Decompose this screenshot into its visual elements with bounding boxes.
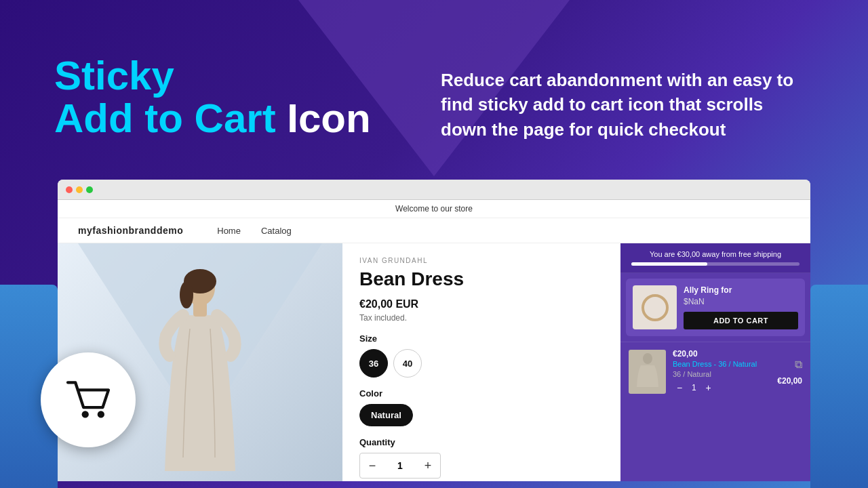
cart-qty-increase[interactable]: +: [702, 381, 715, 394]
store-main: IVAN GRUNDAHL Bean Dress €20,00 EUR Tax …: [58, 243, 810, 481]
cart-qty-decrease[interactable]: −: [673, 381, 686, 394]
featured-card: Ally Ring for $NaN ADD TO CART: [626, 279, 805, 336]
color-options: Natural: [359, 404, 604, 426]
quantity-increase-btn[interactable]: +: [416, 453, 440, 478]
sticky-panel: You are €30,00 away from free shipping A…: [620, 243, 810, 481]
cart-item-info: €20,00 Bean Dress - 36 / Natural 36 / Na…: [673, 349, 770, 394]
hero-title-line2-white: Icon: [276, 96, 371, 141]
progress-bar-background: [631, 262, 800, 266]
quantity-value: 1: [384, 460, 416, 471]
size-label: Size: [359, 333, 604, 344]
featured-add-to-cart-btn[interactable]: ADD TO CART: [684, 312, 798, 329]
store-brand: myfashionbranddemo: [78, 225, 183, 236]
product-name: Bean Dress: [359, 268, 604, 290]
cart-item-variant: 36 / Natural: [673, 370, 770, 378]
ring-image: [642, 294, 669, 321]
product-price: €20,00 EUR: [359, 298, 604, 310]
browser-bar: [58, 180, 810, 200]
featured-product-price: $NaN: [684, 297, 798, 306]
topbar-text: Welcome to our store: [395, 204, 473, 214]
featured-product-name: Ally Ring for: [684, 285, 798, 295]
nav-link-catalog[interactable]: Catalog: [261, 226, 292, 236]
product-tax: Tax included.: [359, 313, 604, 323]
quantity-label: Quantity: [359, 437, 604, 447]
cart-item: €20,00 Bean Dress - 36 / Natural 36 / Na…: [620, 342, 810, 401]
browser-content: Welcome to our store myfashionbranddemo …: [58, 200, 810, 481]
store-topbar: Welcome to our store: [58, 200, 810, 218]
browser-dots: [66, 186, 93, 193]
svg-point-4: [180, 281, 193, 308]
product-details: IVAN GRUNDAHL Bean Dress €20,00 EUR Tax …: [342, 243, 620, 481]
cart-item-price: €20,00: [673, 349, 770, 359]
size-btn-36[interactable]: 36: [359, 349, 388, 378]
cart-icon: [64, 380, 112, 420]
cart-item-image: [629, 350, 666, 394]
browser-dot-yellow: [76, 186, 83, 193]
svg-point-0: [82, 411, 89, 418]
browser-mockup: Welcome to our store myfashionbranddemo …: [58, 180, 810, 481]
color-label: Color: [359, 388, 604, 399]
hero-description: Reduce cart abandonment with an easy to …: [441, 68, 814, 142]
cart-item-qty-row: − 1 +: [673, 381, 770, 394]
hero-title-line1: Sticky: [54, 53, 174, 98]
store-nav: myfashionbranddemo Home Catalog: [58, 218, 810, 243]
hero-title-line2-cyan: Add to Cart: [54, 96, 276, 141]
progress-bar-fill: [631, 262, 707, 266]
cart-item-name[interactable]: Bean Dress - 36 / Natural: [673, 360, 770, 368]
quantity-control: − 1 +: [359, 453, 441, 479]
cart-item-delete-btn[interactable]: ⧉: [795, 359, 802, 371]
browser-dot-green: [86, 186, 93, 193]
size-btn-40[interactable]: 40: [393, 349, 422, 378]
browser-dot-red: [66, 186, 73, 193]
svg-point-1: [98, 411, 104, 418]
model-svg: [132, 261, 268, 478]
sticky-cart-circle[interactable]: [41, 352, 136, 447]
svg-rect-5: [193, 302, 207, 317]
cart-item-dress-icon: [634, 353, 661, 390]
color-btn-natural[interactable]: Natural: [359, 404, 413, 426]
product-model: [125, 247, 275, 478]
hero-left-text: Sticky Add to Cart Icon: [54, 54, 371, 140]
right-side-decoration: [810, 285, 868, 488]
cart-item-total: €20,00: [777, 376, 802, 386]
featured-product-info: Ally Ring for $NaN ADD TO CART: [684, 285, 798, 329]
svg-point-6: [643, 353, 652, 364]
product-brand: IVAN GRUNDAHL: [359, 257, 604, 264]
nav-link-home[interactable]: Home: [217, 226, 241, 236]
cart-qty-value: 1: [692, 383, 696, 392]
featured-product-image: [633, 285, 677, 329]
free-shipping-text: You are €30,00 away from free shipping: [631, 250, 800, 258]
free-shipping-bar: You are €30,00 away from free shipping: [620, 243, 810, 273]
size-options: 36 40: [359, 349, 604, 378]
quantity-decrease-btn[interactable]: −: [360, 453, 384, 478]
hero-right-text: Reduce cart abandonment with an easy to …: [441, 68, 814, 142]
